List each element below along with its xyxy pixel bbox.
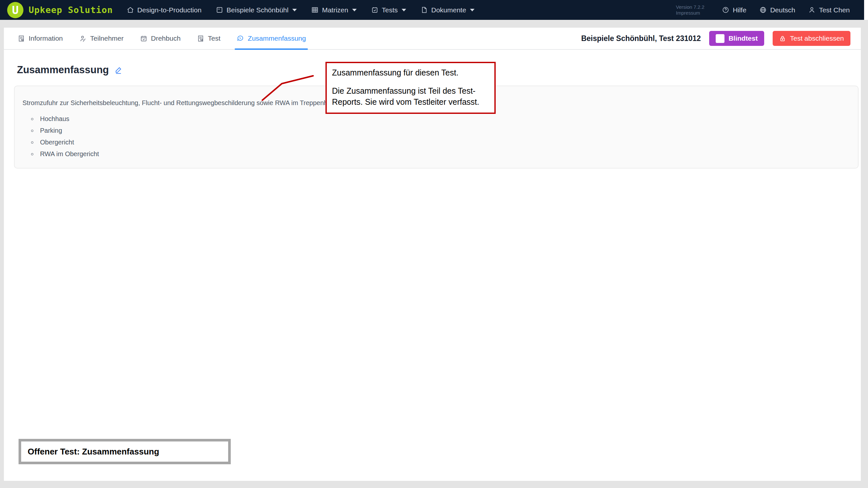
- user-label: Test Chen: [819, 6, 850, 14]
- chevron-down-icon: [292, 9, 297, 11]
- tab-label: Zusammenfassung: [248, 34, 306, 42]
- impressum-link[interactable]: Impressum: [676, 10, 705, 16]
- nav-item-label: Tests: [382, 6, 398, 14]
- navbar-right: Version 7.2.2 Impressum Hilfe Deutsch Te…: [676, 4, 850, 16]
- tab-information[interactable]: Information: [18, 28, 63, 49]
- user-menu[interactable]: Test Chen: [808, 6, 850, 14]
- nav-item-matrizen[interactable]: Matrizen: [311, 6, 357, 14]
- main-navigation: Design-to-Production Beispiele Schönbühl…: [127, 6, 676, 14]
- edit-summary-button[interactable]: [114, 66, 123, 74]
- nav-item-label: Beispiele Schönbühl: [226, 6, 288, 14]
- chevron-down-icon: [470, 9, 474, 11]
- tab-drehbuch[interactable]: Drehbuch: [140, 28, 181, 49]
- nav-item-label: Matrizen: [322, 6, 348, 14]
- finish-test-label: Test abschliessen: [790, 34, 844, 42]
- list-item: Obergericht: [37, 139, 850, 146]
- building-icon: [216, 6, 223, 14]
- grid-icon: [311, 6, 319, 14]
- document-icon: [421, 6, 428, 14]
- note-paragraph-1: Zusammenfassung für diesen Test.: [332, 67, 489, 78]
- globe-icon: [759, 6, 767, 14]
- nav-item-design-to-production[interactable]: Design-to-Production: [127, 6, 202, 14]
- nav-item-beispiele-schoenbuehl[interactable]: Beispiele Schönbühl: [216, 6, 297, 14]
- test-tabbar: Information Teilnehmer Drehbuch Test Zus…: [4, 28, 861, 50]
- list-item: Hochhaus: [37, 115, 850, 123]
- tabbar-right: Beispiele Schönbühl, Test 231012 Blindte…: [581, 28, 850, 49]
- help-label: Hilfe: [733, 6, 746, 14]
- tab-label: Drehbuch: [151, 34, 181, 42]
- document-search-icon: [197, 35, 205, 42]
- nav-item-label: Dokumente: [431, 6, 466, 14]
- slide-caption-text: Offener Test: Zusammenfassung: [28, 447, 159, 457]
- app-logo[interactable]: U: [7, 2, 24, 18]
- chevron-down-icon: [352, 9, 357, 11]
- nav-item-label: Design-to-Production: [137, 6, 202, 14]
- top-navbar: U Upkeep Solution Design-to-Production B…: [0, 0, 864, 20]
- tabs: Information Teilnehmer Drehbuch Test Zus…: [18, 28, 306, 49]
- tab-teilnehmer[interactable]: Teilnehmer: [79, 28, 124, 49]
- blindtest-toggle[interactable]: Blindtest: [709, 31, 764, 46]
- summary-list: Hochhaus Parking Obergericht RWA im Ober…: [23, 115, 850, 158]
- list-item: RWA im Obergericht: [37, 150, 850, 158]
- nav-item-tests[interactable]: Tests: [371, 6, 406, 14]
- blindtest-label: Blindtest: [728, 34, 758, 42]
- home-icon: [127, 6, 134, 14]
- lock-icon: [779, 35, 786, 42]
- test-context-title: Beispiele Schönbühl, Test 231012: [581, 34, 701, 43]
- tab-zusammenfassung[interactable]: Zusammenfassung: [237, 28, 306, 49]
- tab-label: Teilnehmer: [90, 34, 124, 42]
- brand-title: Upkeep Solution: [29, 5, 113, 15]
- version-info: Version 7.2.2 Impressum: [676, 4, 705, 16]
- finish-test-button[interactable]: Test abschliessen: [773, 31, 850, 46]
- tab-label: Test: [208, 34, 221, 42]
- slide-caption-box: Offener Test: Zusammenfassung: [19, 439, 231, 464]
- logo-letter: U: [12, 4, 19, 17]
- document-search-icon: [18, 35, 25, 42]
- chevron-down-icon: [402, 9, 406, 11]
- scrollbar-corner: [864, 0, 868, 20]
- list-item: Parking: [37, 127, 850, 134]
- page-title: Zusammenfassung: [17, 64, 109, 76]
- user-icon: [808, 6, 815, 14]
- tab-label: Information: [29, 34, 63, 42]
- person-edit-icon: [79, 35, 87, 42]
- note-paragraph-2: Die Zusammenfassung ist Teil des Test-Re…: [332, 85, 489, 107]
- clipboard-check-icon: [371, 6, 378, 14]
- help-button[interactable]: Hilfe: [722, 6, 746, 14]
- pencil-icon: [114, 66, 123, 74]
- annotation-note-box: Zusammenfassung für diesen Test. Die Zus…: [326, 62, 496, 114]
- language-button[interactable]: Deutsch: [759, 6, 795, 14]
- version-label: Version 7.2.2: [676, 4, 705, 10]
- nav-item-dokumente[interactable]: Dokumente: [421, 6, 474, 14]
- language-label: Deutsch: [770, 6, 795, 14]
- checkbox-icon[interactable]: [716, 34, 724, 43]
- help-icon: [722, 6, 730, 14]
- calendar-check-icon: [140, 35, 148, 42]
- chat-bubble-icon: [237, 35, 244, 42]
- tab-test[interactable]: Test: [197, 28, 221, 49]
